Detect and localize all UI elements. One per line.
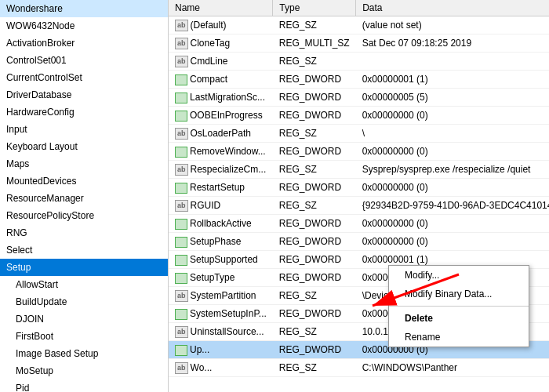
cell-name: RestartSetup bbox=[169, 179, 273, 197]
tree-item[interactable]: Input bbox=[0, 121, 168, 138]
col-type: Type bbox=[273, 0, 356, 16]
cell-type: REG_SZ bbox=[273, 359, 356, 377]
context-menu-item-delete[interactable]: Delete bbox=[389, 309, 529, 328]
cell-data: Sat Dec 07 09:18:25 2019 bbox=[356, 34, 549, 53]
cell-data: \ bbox=[356, 125, 549, 143]
cell-name: abOsLoaderPath bbox=[169, 125, 273, 143]
cell-name: abUninstallSource... bbox=[169, 323, 273, 341]
cell-data: 0x00000000 (0) bbox=[356, 179, 549, 197]
tree-item[interactable]: DJOIN bbox=[0, 310, 168, 328]
cell-name: abSystemPartition bbox=[169, 287, 273, 305]
cell-type: REG_DWORD bbox=[273, 341, 356, 359]
tree-item[interactable]: ResourcePolicyStore bbox=[0, 207, 168, 224]
tree-item[interactable]: BuildUpdate bbox=[0, 293, 168, 310]
cell-name: SetupSupported bbox=[169, 251, 273, 269]
cell-type: REG_SZ bbox=[273, 161, 356, 179]
table-row[interactable]: SetupPhaseREG_DWORD0x00000000 (0) bbox=[169, 233, 549, 251]
cell-name: SetupPhase bbox=[169, 233, 273, 251]
tree-item[interactable]: ControlSet001 bbox=[0, 52, 168, 69]
cell-data: 0x00000000 (0) bbox=[356, 233, 549, 251]
cell-data: 0x00000000 (0) bbox=[356, 143, 549, 161]
cell-name: Compact bbox=[169, 71, 273, 89]
cell-type: REG_MULTI_SZ bbox=[273, 34, 356, 53]
cell-type: REG_SZ bbox=[273, 197, 356, 215]
context-menu-item-rename[interactable]: Rename bbox=[389, 328, 529, 347]
table-row[interactable]: LastMigrationSc...REG_DWORD0x00000005 (5… bbox=[169, 89, 549, 107]
table-row[interactable]: abCmdLineREG_SZ bbox=[169, 53, 549, 71]
cell-type: REG_DWORD bbox=[273, 305, 356, 323]
tree-item[interactable]: Image Based Setup bbox=[0, 345, 168, 362]
cell-data: 0x00000001 (1) bbox=[356, 71, 549, 89]
cell-data: 0x00000000 (0) bbox=[356, 215, 549, 233]
table-row[interactable]: ab(Default)REG_SZ(value not set) bbox=[169, 16, 549, 34]
col-data: Data bbox=[356, 0, 549, 16]
cell-type: REG_DWORD bbox=[273, 71, 356, 89]
cell-name: RemoveWindow... bbox=[169, 143, 273, 161]
table-header-row: Name Type Data bbox=[169, 0, 549, 16]
cell-type: REG_DWORD bbox=[273, 233, 356, 251]
tree-item[interactable]: MountedDevices bbox=[0, 172, 168, 190]
cell-data: {92934B2D-9759-41D0-96AD-3EDC4C410146 bbox=[356, 197, 549, 215]
table-row[interactable]: abCloneTagREG_MULTI_SZSat Dec 07 09:18:2… bbox=[169, 34, 549, 53]
tree-item[interactable]: WOW6432Node bbox=[0, 17, 168, 34]
tree-item[interactable]: Select bbox=[0, 241, 168, 259]
registry-values-panel: Name Type Data ab(Default)REG_SZ(value n… bbox=[169, 0, 549, 392]
tree-item[interactable]: ActivationBroker bbox=[0, 34, 168, 52]
cell-name: abCmdLine bbox=[169, 53, 273, 71]
tree-item[interactable]: Wondershare bbox=[0, 0, 168, 17]
cell-type: REG_SZ bbox=[273, 16, 356, 34]
cell-type: REG_DWORD bbox=[273, 107, 356, 125]
cell-data: Sysprep/sysprep.exe /respecialize /quiet bbox=[356, 161, 549, 179]
cell-data: (value not set) bbox=[356, 16, 549, 34]
cell-type: REG_SZ bbox=[273, 287, 356, 305]
cell-type: REG_DWORD bbox=[273, 143, 356, 161]
cell-data: 0x00000000 (0) bbox=[356, 107, 549, 125]
cell-type: REG_DWORD bbox=[273, 251, 356, 269]
table-row[interactable]: OOBEInProgressREG_DWORD0x00000000 (0) bbox=[169, 107, 549, 125]
tree-item[interactable]: MoSetup bbox=[0, 362, 168, 379]
table-row[interactable]: abRGUIDREG_SZ{92934B2D-9759-41D0-96AD-3E… bbox=[169, 197, 549, 215]
cell-name: abRGUID bbox=[169, 197, 273, 215]
cell-type: REG_DWORD bbox=[273, 179, 356, 197]
cell-type: REG_DWORD bbox=[273, 269, 356, 287]
tree-item[interactable]: HardwareConfig bbox=[0, 103, 168, 121]
table-row[interactable]: RemoveWindow...REG_DWORD0x00000000 (0) bbox=[169, 143, 549, 161]
table-row[interactable]: CompactREG_DWORD0x00000001 (1) bbox=[169, 71, 549, 89]
tree-item[interactable]: RNG bbox=[0, 224, 168, 241]
cell-name: SystemSetupInP... bbox=[169, 305, 273, 323]
table-row[interactable]: RestartSetupREG_DWORD0x00000000 (0) bbox=[169, 179, 549, 197]
cell-data bbox=[356, 53, 549, 71]
context-menu-item-modify[interactable]: Modify... bbox=[389, 266, 529, 285]
cell-type: REG_SZ bbox=[273, 323, 356, 341]
tree-item[interactable]: AllowStart bbox=[0, 276, 168, 293]
table-row[interactable]: abRespecializeCm...REG_SZSysprep/sysprep… bbox=[169, 161, 549, 179]
tree-item[interactable]: Pid bbox=[0, 379, 168, 392]
cell-type: REG_DWORD bbox=[273, 89, 356, 107]
cell-data: C:\WINDOWS\Panther bbox=[356, 359, 549, 377]
cell-name: LastMigrationSc... bbox=[169, 89, 273, 107]
tree-item[interactable]: DriverDatabase bbox=[0, 86, 168, 103]
cell-name: RollbackActive bbox=[169, 215, 273, 233]
registry-tree[interactable]: WondershareWOW6432NodeActivationBrokerCo… bbox=[0, 0, 169, 392]
cell-data: 0x00000005 (5) bbox=[356, 89, 549, 107]
context-menu: Modify...Modify Binary Data...DeleteRena… bbox=[388, 265, 529, 347]
cell-type: REG_DWORD bbox=[273, 215, 356, 233]
tree-item[interactable]: ResourceManager bbox=[0, 190, 168, 207]
context-menu-divider bbox=[389, 306, 529, 307]
table-row[interactable]: RollbackActiveREG_DWORD0x00000000 (0) bbox=[169, 215, 549, 233]
context-menu-item-modify-binary[interactable]: Modify Binary Data... bbox=[389, 285, 529, 303]
cell-name: OOBEInProgress bbox=[169, 107, 273, 125]
tree-item[interactable]: Keyboard Layout bbox=[0, 138, 168, 155]
tree-item[interactable]: Maps bbox=[0, 155, 168, 172]
table-row[interactable]: abOsLoaderPathREG_SZ\ bbox=[169, 125, 549, 143]
tree-item[interactable]: Setup bbox=[0, 259, 168, 276]
tree-item[interactable]: CurrentControlSet bbox=[0, 69, 168, 86]
cell-name: abCloneTag bbox=[169, 34, 273, 53]
cell-name: SetupType bbox=[169, 269, 273, 287]
cell-type: REG_SZ bbox=[273, 125, 356, 143]
cell-name: ab(Default) bbox=[169, 16, 273, 34]
cell-type: REG_SZ bbox=[273, 53, 356, 71]
cell-name: abWo... bbox=[169, 359, 273, 377]
table-row[interactable]: abWo...REG_SZC:\WINDOWS\Panther bbox=[169, 359, 549, 377]
tree-item[interactable]: FirstBoot bbox=[0, 328, 168, 345]
